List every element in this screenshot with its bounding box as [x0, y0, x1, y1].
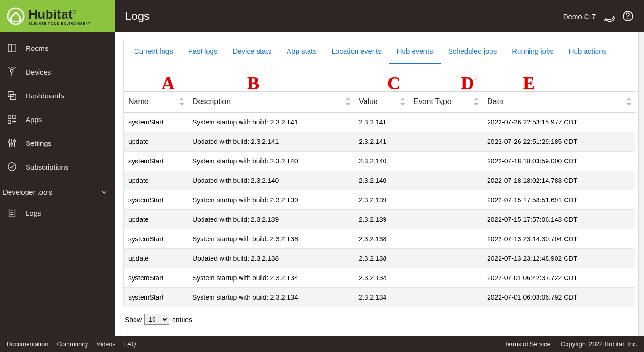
sort-icon — [400, 98, 405, 105]
tab-device-stats[interactable]: Device stats — [225, 39, 279, 64]
chat-icon[interactable] — [603, 10, 615, 22]
sidebar-item-dashboards[interactable]: Dashboards — [0, 84, 115, 107]
cell-event — [409, 152, 482, 171]
tab-app-stats[interactable]: App stats — [279, 39, 324, 64]
footer-link-faq[interactable]: FAQ — [124, 341, 136, 348]
cell-date: 2022-07-18 18:03:59.000 CDT — [482, 152, 635, 171]
search-input[interactable] — [471, 74, 629, 81]
tab-scheduled-jobs[interactable]: Scheduled jobs — [441, 39, 505, 64]
table-row[interactable]: systemStartSystem startup with build: 2.… — [124, 112, 635, 132]
svg-point-3 — [10, 69, 13, 72]
cell-value: 2.3.2.141 — [354, 112, 409, 132]
footer: DocumentationCommunityVideosFAQ Terms of… — [0, 336, 644, 352]
sidebar-item-devices[interactable]: Devices — [0, 60, 115, 84]
cell-date: 2022-07-26 22:51:29.185 CDT — [482, 132, 635, 152]
cell-desc: System startup with build: 2.3.2.139 — [188, 190, 354, 210]
cell-event — [409, 229, 482, 249]
sidebar-item-subscriptions[interactable]: Subscriptions — [0, 155, 115, 179]
cell-event — [409, 288, 482, 307]
terms-link[interactable]: Terms of Service — [504, 341, 550, 348]
top-bar: Logs Demo C-7 — [115, 0, 644, 32]
scrollbar[interactable] — [638, 32, 644, 336]
cell-desc: System startup with build: 2.3.2.134 — [188, 268, 354, 288]
logo[interactable]: Hubitat® ELEVATE YOUR ENVIRONMENT — [0, 0, 115, 32]
tab-hub-events[interactable]: Hub events — [389, 39, 441, 64]
cell-name: systemStart — [124, 152, 188, 171]
brand-tagline: ELEVATE YOUR ENVIRONMENT — [29, 22, 91, 25]
developer-tools-label: Developer tools — [3, 188, 52, 196]
cell-date: 2022-07-15 17:58:51.691 CDT — [482, 190, 635, 210]
cell-name: update — [124, 132, 188, 152]
cell-date: 2022-07-26 22:53:15.977 CDT — [482, 112, 635, 132]
svg-point-25 — [472, 76, 476, 80]
chevron-down-icon — [100, 189, 108, 196]
sidebar-item-label: Settings — [26, 139, 51, 147]
column-name[interactable]: Name — [124, 91, 188, 112]
cell-name: update — [124, 210, 188, 229]
logs-icon — [7, 208, 17, 218]
cell-value: 2.3.2.139 — [354, 210, 409, 229]
table-row[interactable]: updateUpdated with build: 2.3.2.1412.3.2… — [124, 132, 635, 152]
table-row[interactable]: systemStartSystem startup with build: 2.… — [124, 229, 635, 249]
table-row[interactable]: updateUpdated with build: 2.3.2.1382.3.2… — [124, 249, 635, 268]
column-date[interactable]: Date — [482, 91, 635, 112]
footer-link-videos[interactable]: Videos — [96, 341, 115, 348]
devices-icon — [7, 67, 17, 77]
sidebar-item-settings[interactable]: Settings — [0, 131, 115, 155]
copyright: Copyright 2022 Hubitat, Inc. — [561, 341, 637, 348]
cell-value: 2.3.2.134 — [354, 288, 409, 307]
cell-name: systemStart — [124, 288, 188, 307]
table-row[interactable]: systemStartSystem startup with build: 2.… — [124, 268, 635, 288]
tab-current-logs[interactable]: Current logs — [126, 39, 181, 64]
sidebar-item-label: Devices — [26, 68, 51, 76]
cell-date: 2022-07-18 18:02:14.783 CDT — [482, 171, 635, 190]
table-row[interactable]: systemStartSystem startup with build: 2.… — [124, 190, 635, 210]
help-icon[interactable] — [622, 10, 634, 22]
svg-rect-2 — [8, 44, 11, 52]
cell-date: 2022-07-13 23:12:48.902 CDT — [482, 249, 635, 268]
svg-rect-7 — [8, 115, 11, 118]
cell-date: 2022-07-01 06:03:06.792 CDT — [482, 288, 635, 307]
cell-desc: System startup with build: 2.3.2.138 — [188, 229, 354, 249]
sidebar-item-rooms[interactable]: Rooms — [0, 36, 115, 60]
page-length-select[interactable]: 102550100 — [144, 314, 169, 325]
cell-name: systemStart — [124, 268, 188, 288]
table-row[interactable]: updateUpdated with build: 2.3.2.1402.3.2… — [124, 171, 635, 190]
cell-desc: System startup with build: 2.3.2.140 — [188, 152, 354, 171]
sidebar-item-apps[interactable]: Apps — [0, 107, 115, 131]
tab-hub-actions[interactable]: Hub actions — [561, 39, 614, 64]
footer-link-community[interactable]: Community — [57, 341, 88, 348]
table-row[interactable]: systemStartSystem startup with build: 2.… — [124, 152, 635, 171]
cell-value: 2.3.2.140 — [354, 152, 409, 171]
table-row[interactable]: systemStartSystem startup with build: 2.… — [124, 288, 635, 307]
subscriptions-icon — [7, 162, 17, 172]
nav: Rooms Devices Dashboards Apps Settings S… — [0, 32, 115, 182]
tab-location-events[interactable]: Location events — [324, 39, 389, 64]
cell-event — [409, 268, 482, 288]
column-event-type[interactable]: Event Type — [409, 91, 482, 112]
cell-event — [409, 171, 482, 190]
column-value[interactable]: Value — [354, 91, 409, 112]
cell-event — [409, 249, 482, 268]
table-row[interactable]: updateUpdated with build: 2.3.2.1392.3.2… — [124, 210, 635, 229]
cell-value: 2.3.2.134 — [354, 268, 409, 288]
brand-name: Hubitat — [29, 7, 73, 21]
cell-name: update — [124, 171, 188, 190]
cell-event — [409, 190, 482, 210]
svg-rect-9 — [8, 120, 11, 123]
sidebar-item-label: Dashboards — [26, 92, 64, 100]
sidebar-developer-tools[interactable]: Developer tools — [0, 182, 115, 202]
footer-link-documentation[interactable]: Documentation — [7, 341, 48, 348]
cell-name: systemStart — [124, 190, 188, 210]
cell-event — [409, 112, 482, 132]
sidebar-item-logs[interactable]: Logs — [0, 202, 115, 224]
column-description[interactable]: Description — [188, 91, 354, 112]
dashboards-icon — [7, 90, 17, 101]
cell-value: 2.3.2.141 — [354, 132, 409, 152]
sort-icon — [474, 98, 479, 105]
tab-running-jobs[interactable]: Running jobs — [504, 39, 561, 64]
sidebar: Hubitat® ELEVATE YOUR ENVIRONMENT Rooms … — [0, 0, 115, 336]
tab-past-logs[interactable]: Past logs — [181, 39, 225, 64]
cell-desc: System startup with build: 2.3.2.141 — [188, 112, 354, 132]
cell-name: systemStart — [124, 112, 188, 132]
